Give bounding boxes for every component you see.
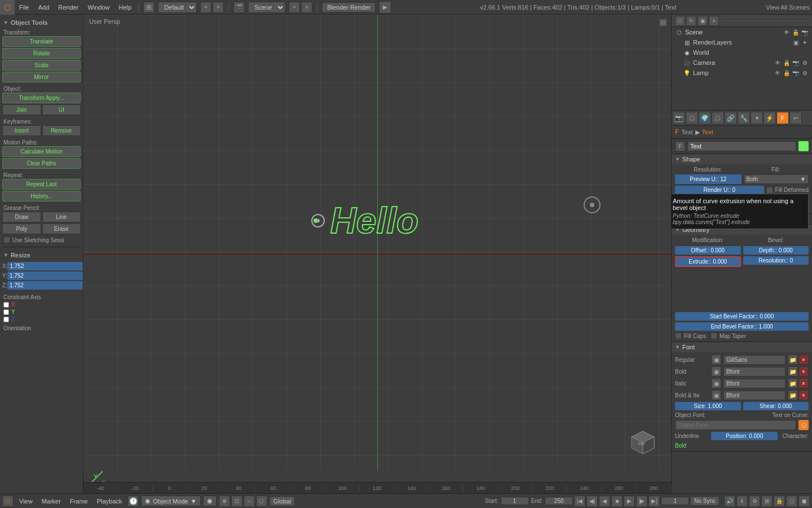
- repeat-last-btn[interactable]: Repeat Last: [2, 179, 81, 190]
- transform-apply-btn[interactable]: Transform Apply...: [2, 93, 81, 103]
- bold-font-field[interactable]: Bfont: [723, 367, 785, 376]
- global-btn[interactable]: Global: [270, 496, 295, 506]
- next-keyframe-btn[interactable]: |▶: [636, 496, 647, 507]
- tab-physics[interactable]: ⚡: [764, 112, 776, 124]
- render-engine-btn[interactable]: Blender Render: [322, 2, 376, 12]
- grid-icon[interactable]: ⊞: [761, 496, 773, 507]
- global-local-icon[interactable]: ⬡: [256, 496, 267, 507]
- playback-menu[interactable]: Playback: [94, 498, 126, 505]
- insert-btn[interactable]: Insert: [2, 125, 41, 136]
- gp-erase-btn[interactable]: Erase: [42, 224, 81, 234]
- layout-selector[interactable]: Default: [158, 2, 197, 13]
- viewport-toggle[interactable]: ⊡: [659, 18, 668, 27]
- menu-add[interactable]: Add: [34, 0, 54, 14]
- outliner-icon-4[interactable]: ≡: [709, 16, 719, 26]
- viewport[interactable]: User Persp ⊡ Hello top Y X: [83, 15, 671, 493]
- frame-menu[interactable]: Frame: [67, 498, 91, 505]
- remove-layout-icon[interactable]: ×: [213, 2, 224, 13]
- clear-paths-btn[interactable]: Clear Paths: [2, 158, 81, 169]
- cam-eye[interactable]: 👁: [774, 59, 782, 67]
- outliner-icon-3[interactable]: ▣: [698, 16, 708, 26]
- screen-layout-icon[interactable]: ⊞: [143, 2, 155, 13]
- bold-font-load[interactable]: 📁: [788, 366, 798, 376]
- lock-icon[interactable]: 🔒: [774, 496, 785, 507]
- calculate-motion-btn[interactable]: Calculate Motion: [2, 146, 81, 157]
- extra-icon[interactable]: ⬡: [786, 496, 797, 507]
- x-input[interactable]: [7, 262, 83, 270]
- frame-range-icon[interactable]: 🕐: [127, 496, 139, 507]
- rl-icon2[interactable]: ✦: [801, 38, 809, 46]
- translate-btn[interactable]: Translate: [2, 36, 81, 47]
- menu-help[interactable]: Help: [114, 0, 136, 14]
- menu-file[interactable]: File: [15, 0, 34, 14]
- bold-italic-font-icon[interactable]: ▣: [711, 390, 721, 400]
- z-input[interactable]: [7, 281, 83, 290]
- no-sync-btn[interactable]: No Sync: [690, 496, 720, 506]
- scene-icon[interactable]: 🎬: [233, 2, 245, 13]
- scene-render-icon[interactable]: 📷: [801, 28, 809, 36]
- snap-icon[interactable]: ⊕: [219, 496, 230, 507]
- italic-font-icon[interactable]: ▣: [711, 378, 721, 388]
- obj-name-confirm[interactable]: ✓: [798, 141, 809, 151]
- menu-window[interactable]: Window: [83, 0, 114, 14]
- tab-data[interactable]: F: [776, 112, 789, 124]
- tab-constraints[interactable]: 🔗: [725, 112, 737, 124]
- tab-render[interactable]: 📷: [673, 112, 685, 124]
- rl-icon1[interactable]: ▣: [792, 38, 800, 46]
- gp-line-btn[interactable]: Line: [42, 212, 81, 222]
- outliner-search[interactable]: [722, 20, 809, 22]
- scene-vis-icon[interactable]: 👁: [783, 28, 791, 36]
- end-icon[interactable]: ◼: [798, 496, 810, 507]
- menu-render[interactable]: Render: [54, 0, 83, 14]
- breadcrumb-item2[interactable]: Text: [702, 129, 713, 135]
- lamp-render[interactable]: 📷: [792, 69, 800, 77]
- map-taper-check[interactable]: Map Taper: [710, 332, 746, 339]
- mirror-btn[interactable]: Mirror: [2, 72, 81, 82]
- scene-lock-icon[interactable]: 🔒: [792, 28, 800, 36]
- bold-font-clear[interactable]: ×: [798, 366, 809, 376]
- fill-dropdown[interactable]: Both ▼: [744, 174, 809, 184]
- info-icon[interactable]: ℹ: [736, 496, 748, 507]
- skip-forward-btn[interactable]: ▶|: [648, 496, 660, 507]
- mode-selector[interactable]: ◉ Object Mode ▼: [141, 496, 200, 506]
- italic-font-load[interactable]: 📁: [788, 378, 798, 388]
- resolution-btn[interactable]: Resolution:: 0: [743, 256, 809, 265]
- regular-font-load[interactable]: 📁: [788, 354, 798, 365]
- regular-font-clear[interactable]: ×: [798, 354, 809, 365]
- join-btn[interactable]: Join: [2, 104, 41, 115]
- tab-scene[interactable]: ⬡: [686, 112, 698, 124]
- start-bevel-btn[interactable]: Start Bevel Factor:: 0.000: [675, 312, 809, 321]
- gp-poly-btn[interactable]: Poly: [2, 224, 41, 234]
- position-btn[interactable]: Position: 0.000: [711, 432, 778, 440]
- tab-object[interactable]: ⬡: [712, 112, 724, 124]
- scale-btn[interactable]: Scale: [2, 60, 81, 71]
- add-scene-icon[interactable]: +: [289, 2, 300, 13]
- render-icon[interactable]: ▶: [379, 1, 391, 14]
- preview-u-btn[interactable]: Preview U:: 12: [675, 174, 742, 184]
- current-frame-input[interactable]: [661, 497, 689, 505]
- proportional-icon[interactable]: ○: [244, 496, 255, 507]
- shear-btn[interactable]: Shear: 0.000: [743, 402, 809, 410]
- stop-btn[interactable]: ■: [611, 496, 623, 507]
- nav-cube[interactable]: top: [626, 420, 660, 459]
- fill-caps-check[interactable]: Fill Caps: [675, 332, 706, 339]
- z-axis-checkbox[interactable]: [3, 317, 9, 322]
- x-axis-checkbox[interactable]: [3, 302, 9, 308]
- bottom-logo[interactable]: ⬡: [2, 496, 14, 507]
- fill-caps-checkbox[interactable]: [675, 332, 682, 339]
- tab-modifiers[interactable]: 🔧: [738, 112, 750, 124]
- outliner-scene[interactable]: ⬡ Scene 👁 🔒 📷: [672, 27, 812, 37]
- lamp-extra[interactable]: ⚙: [801, 69, 809, 77]
- y-input[interactable]: [7, 271, 83, 280]
- prev-keyframe-btn[interactable]: ◀|: [586, 496, 598, 507]
- lamp-eye[interactable]: 👁: [774, 69, 782, 77]
- outliner-renderlayers[interactable]: ▥ RenderLayers ▣ ✦: [672, 37, 812, 47]
- y-axis-checkbox[interactable]: [3, 309, 9, 315]
- end-bevel-btn[interactable]: End Bevel Factor:: 1.000: [675, 322, 809, 331]
- regular-font-field[interactable]: GillSans: [723, 355, 785, 365]
- outliner-world[interactable]: ◉ World: [672, 47, 812, 58]
- rotate-btn[interactable]: Rotate: [2, 48, 81, 59]
- start-frame-input[interactable]: [501, 497, 529, 505]
- outliner-icon-1[interactable]: ⬡: [675, 16, 685, 26]
- outliner-camera[interactable]: 🎥 Camera 👁 🔒 📷 ⚙: [672, 58, 812, 68]
